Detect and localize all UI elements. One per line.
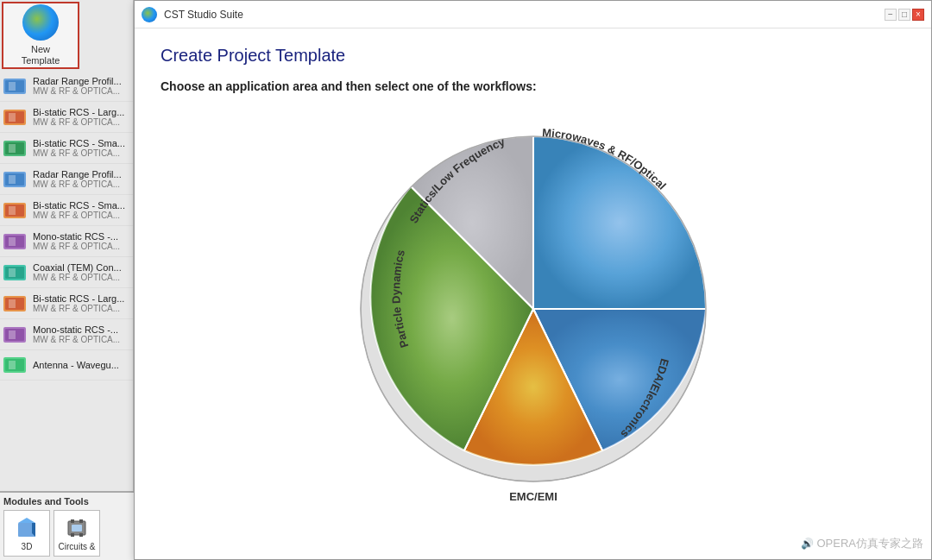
list-item-text: Bi-static RCS - Larg... MW & RF & OPTICA… [33,293,124,313]
app-icon [142,7,157,22]
svg-marker-31 [18,518,35,523]
list-item-subtitle: MW & RF & OPTICA... [33,335,120,344]
dialog-window: CST Studio Suite − □ × Create Project Te… [134,0,932,560]
list-item-icon [3,139,28,158]
list-item-subtitle: MW & RF & OPTICA... [33,273,122,282]
list-item-title: Bi-static RCS - Larg... [33,293,124,304]
list-item-icon [3,77,28,96]
template-list: Radar Range Profil... MW & RF & OPTICA..… [0,71,133,381]
list-item-title: Bi-static RCS - Sma... [33,138,125,148]
list-item-title: Bi-static RCS - Larg... [33,107,124,117]
list-item-text: Bi-static RCS - Sma... MW & RF & OPTICA.… [33,200,125,220]
list-item-text: Mono-static RCS -... MW & RF & OPTICA... [33,231,120,251]
list-item-title: Radar Range Profil... [33,169,122,179]
list-item[interactable]: Antenna - Wavegu... [0,350,133,381]
list-item-text: Coaxial (TEM) Con... MW & RF & OPTICA... [33,262,122,282]
svg-rect-38 [72,525,82,532]
3d-icon [15,516,39,540]
new-template-button[interactable]: New Template [2,2,79,69]
list-item-subtitle: MW & RF & OPTICA... [33,211,125,220]
module-3d-label: 3D [22,542,33,551]
list-item-text: Bi-static RCS - Sma... MW & RF & OPTICA.… [33,138,125,158]
list-item[interactable]: Bi-static RCS - Sma... MW & RF & OPTICA.… [0,195,133,226]
list-item-icon [3,170,28,189]
list-item-subtitle: MW & RF & OPTICA... [33,148,125,158]
list-item-text: Antenna - Wavegu... [33,360,119,370]
maximize-button[interactable]: □ [898,9,910,21]
list-item-subtitle: MW & RF & OPTICA... [33,117,124,127]
svg-rect-34 [71,519,74,523]
dialog-body: Create Project Template Choose an applic… [135,28,931,559]
list-item-icon [3,294,28,313]
dialog-subtitle: Choose an application area and then sele… [161,79,905,93]
list-item-title: Bi-static RCS - Sma... [33,200,125,211]
list-item[interactable]: Bi-static RCS - Larg... MW & RF & OPTICA… [0,102,133,133]
svg-rect-37 [79,533,83,537]
list-item-icon [3,108,28,127]
list-item-text: Mono-static RCS -... MW & RF & OPTICA... [33,324,120,344]
list-item-icon [3,356,28,374]
list-item-subtitle: MW & RF & OPTICA... [33,242,120,251]
pie-svg: Statics/Low Frequency Microwaves & RF/Op… [335,110,732,507]
svg-rect-36 [71,533,74,537]
minimize-button[interactable]: − [885,9,897,21]
module-circuits-label: Circuits & [59,542,96,551]
list-item-title: Coaxial (TEM) Con... [33,262,122,273]
pie-chart-container: Statics/Low Frequency Microwaves & RF/Op… [161,110,905,507]
dialog-title: Create Project Template [161,46,905,66]
list-item-icon [3,325,28,344]
svg-marker-2 [9,82,16,91]
svg-marker-26 [9,330,16,339]
svg-rect-35 [79,519,83,523]
new-template-icon [22,4,59,41]
list-item-icon [3,232,28,251]
svg-marker-23 [9,299,16,308]
list-item-title: Radar Range Profil... [33,76,122,86]
list-item-title: Antenna - Wavegu... [33,360,119,370]
svg-marker-11 [9,175,16,184]
modules-section: Modules and Tools 3D Ci [0,491,134,560]
list-item-text: Bi-static RCS - Larg... MW & RF & OPTICA… [33,107,124,127]
svg-marker-5 [9,113,16,122]
list-item[interactable]: Coaxial (TEM) Con... MW & RF & OPTICA... [0,257,133,288]
module-3d-button[interactable]: 3D [3,510,50,557]
title-bar-text: CST Studio Suite [164,9,878,21]
list-item-text: Radar Range Profil... MW & RF & OPTICA..… [33,76,122,96]
list-item[interactable]: Mono-static RCS -... MW & RF & OPTICA... [0,226,133,257]
list-item[interactable]: Bi-static RCS - Sma... MW & RF & OPTICA.… [0,133,133,164]
list-item-icon [3,263,28,282]
close-button[interactable]: × [912,9,924,21]
circuits-icon [65,516,89,540]
svg-marker-8 [9,144,16,153]
list-item-text: Radar Range Profil... MW & RF & OPTICA..… [33,169,122,189]
list-item-subtitle: MW & RF & OPTICA... [33,179,122,189]
list-item[interactable]: Radar Range Profil... MW & RF & OPTICA..… [0,164,133,195]
list-item-icon [3,201,28,220]
emc-label: EMC/EMI [509,490,557,503]
background-panel: New Template Radar Range Profil... MW & … [0,0,134,560]
modules-title: Modules and Tools [3,496,130,507]
svg-marker-20 [9,268,16,277]
svg-marker-14 [9,206,16,215]
svg-marker-29 [9,361,16,369]
svg-marker-17 [9,237,16,246]
list-item-title: Mono-static RCS -... [33,231,120,242]
list-item[interactable]: Bi-static RCS - Larg... MW & RF & OPTICA… [0,288,133,319]
list-item[interactable]: Radar Range Profil... MW & RF & OPTICA..… [0,71,133,102]
list-item-title: Mono-static RCS -... [33,324,120,335]
list-item-subtitle: MW & RF & OPTICA... [33,304,124,313]
window-controls: − □ × [885,9,924,21]
list-item[interactable]: Mono-static RCS -... MW & RF & OPTICA... [0,319,133,350]
list-item-subtitle: MW & RF & OPTICA... [33,86,122,96]
pie-chart: Statics/Low Frequency Microwaves & RF/Op… [335,110,732,507]
title-bar: CST Studio Suite − □ × [135,1,931,28]
new-template-label: New Template [22,44,60,66]
module-circuits-button[interactable]: Circuits & [54,510,100,557]
